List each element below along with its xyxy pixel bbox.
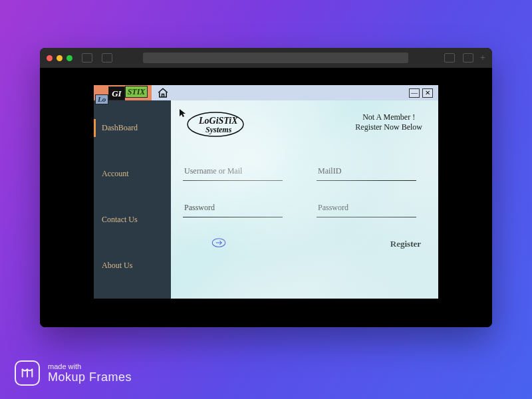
new-tab-icon[interactable]: + xyxy=(480,53,485,63)
brand-line2: Systems xyxy=(205,126,238,134)
home-icon[interactable] xyxy=(157,87,169,99)
logo-chip-stix: STIX xyxy=(125,86,148,98)
watermark: made with Mokup Frames xyxy=(15,360,132,386)
register-button[interactable]: Register xyxy=(390,239,421,249)
browser-titlebar: + xyxy=(40,48,492,68)
browser-right-controls xyxy=(439,53,473,63)
brand-logo: LoGiSTiX Systems xyxy=(183,110,263,143)
window-buttons: — ✕ xyxy=(409,88,433,98)
browser-window: + Lo GI STIX — ✕ xyxy=(40,48,492,327)
watermark-icon xyxy=(15,360,40,386)
download-icon[interactable] xyxy=(444,53,455,63)
forms-row xyxy=(183,164,426,217)
browser-viewport: Lo GI STIX — ✕ xyxy=(40,68,492,327)
register-password-input[interactable] xyxy=(317,201,416,217)
sidebar: DashBoard Account Contact Us About Us xyxy=(94,100,171,299)
main-content: LoGiSTiX Systems Not A Member ! Register… xyxy=(171,100,438,299)
content-header: LoGiSTiX Systems Not A Member ! Register… xyxy=(183,110,426,143)
watermark-big: Mokup Frames xyxy=(48,370,132,384)
app-titlebar: Lo GI STIX — ✕ xyxy=(94,85,438,100)
register-prompt-line1: Not A Member ! xyxy=(355,112,422,122)
register-form xyxy=(317,164,426,217)
minimize-button[interactable]: — xyxy=(409,88,420,98)
traffic-lights xyxy=(47,55,72,61)
cursor-icon xyxy=(179,108,188,118)
login-form xyxy=(183,164,293,217)
register-mail-input[interactable] xyxy=(317,164,416,181)
logo-chip-gi: GI xyxy=(108,86,124,100)
sidebar-item-dashboard[interactable]: DashBoard xyxy=(94,115,171,141)
address-bar[interactable] xyxy=(143,53,408,63)
sidebar-toggle-icon[interactable] xyxy=(82,53,92,63)
app-body: DashBoard Account Contact Us About Us xyxy=(94,100,438,299)
register-prompt-line2: Register Now Below xyxy=(355,122,422,132)
login-username-input[interactable] xyxy=(183,164,283,181)
minimize-dot[interactable] xyxy=(57,55,63,61)
login-submit-icon[interactable] xyxy=(209,236,228,252)
watermark-small: made with xyxy=(48,362,132,370)
titlebar-right: — ✕ xyxy=(152,85,438,100)
sidebar-item-contact[interactable]: Contact Us xyxy=(94,207,171,233)
actions-row: Register xyxy=(183,236,426,252)
close-dot[interactable] xyxy=(47,55,53,61)
sidebar-item-about[interactable]: About Us xyxy=(94,253,171,279)
sidebar-item-account[interactable]: Account xyxy=(94,161,171,187)
app-window: Lo GI STIX — ✕ xyxy=(94,85,438,298)
login-password-input[interactable] xyxy=(183,201,283,217)
close-button[interactable]: ✕ xyxy=(422,88,433,98)
app-logo: Lo GI STIX xyxy=(94,85,149,100)
register-prompt: Not A Member ! Register Now Below xyxy=(355,112,422,132)
zoom-dot[interactable] xyxy=(66,55,72,61)
brand-line1: LoGiSTiX xyxy=(199,116,238,126)
tabs-icon[interactable] xyxy=(463,53,473,63)
tab-overview-icon[interactable] xyxy=(102,53,112,63)
logo-chip-lo: Lo xyxy=(95,94,108,104)
